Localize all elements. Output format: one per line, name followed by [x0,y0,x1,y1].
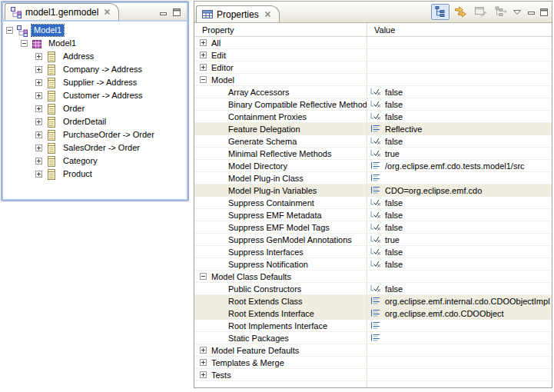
property-row[interactable]: Public Constructorsfalse [194,283,552,295]
property-row[interactable]: Model Plug-in Class [194,172,552,184]
property-value-cell[interactable]: CDO=org.eclipse.emf.cdo [367,184,552,196]
bool-property-icon [370,235,382,244]
tree-item[interactable]: PurchaseOrder -> Order [3,128,187,141]
property-row[interactable]: Root Extends Classorg.eclipse.emf.intern… [194,295,552,307]
property-row[interactable]: Static Packages [194,332,552,344]
property-value-cell[interactable]: true [367,148,552,159]
property-row[interactable]: Feature DelegationReflective [194,123,552,135]
property-value-cell[interactable]: false [367,283,552,294]
close-icon[interactable] [264,11,271,18]
property-value-cell[interactable]: false [367,197,552,208]
tree-item[interactable]: Order [3,102,187,115]
tree-item[interactable]: SalesOrder -> Order [3,141,187,154]
property-value-cell[interactable]: org.eclipse.emf.internal.cdo.CDOObjectIm… [367,295,552,307]
category-row[interactable]: Model Feature Defaults [194,344,552,357]
tree-item[interactable]: Company -> Address [3,63,187,76]
category-row[interactable]: Edit [194,49,552,61]
tree-item[interactable]: Model1 [3,37,187,50]
category-row[interactable]: Model [194,74,552,86]
category-expander-plus-icon[interactable] [200,347,207,354]
property-value-cell[interactable]: false [367,86,552,98]
category-row[interactable]: Tests [194,369,552,381]
minimize-icon[interactable] [528,8,536,15]
tree-item[interactable]: OrderDetail [3,115,187,128]
property-value-cell[interactable] [367,320,552,331]
show-tree-mode-button[interactable] [431,4,450,20]
property-value-cell[interactable]: false [367,258,552,270]
property-value-cell[interactable]: /org.eclipse.emf.cdo.tests.model1/src [367,160,552,171]
category-expander-minus-icon[interactable] [200,76,207,83]
category-row[interactable]: All [194,37,552,49]
property-row[interactable]: Root Extends Interfaceorg.eclipse.emf.cd… [194,307,552,320]
property-row[interactable]: Model Directory/org.eclipse.emf.cdo.test… [194,160,552,172]
property-row[interactable]: Root Implements Interface [194,320,552,332]
property-row[interactable]: Suppress Notificationfalse [194,258,552,271]
tree-expander-minus-icon[interactable] [21,40,28,47]
property-value-cell[interactable]: false [367,98,552,110]
property-row[interactable]: Suppress Containmentfalse [194,197,552,209]
category-expander-plus-icon[interactable] [200,39,207,46]
properties-toolbar [431,4,552,22]
property-row[interactable]: Binary Compatible Reflective Methodsfals… [194,98,552,111]
category-expander-plus-icon[interactable] [200,359,207,366]
tab-properties[interactable]: Properties [196,5,280,22]
property-row[interactable]: Minimal Reflective Methodstrue [194,148,552,160]
tree-item[interactable]: Address [3,50,187,63]
tree-expander-plus-icon[interactable] [35,145,42,151]
enum-property-icon [370,174,382,182]
tree-expander-plus-icon[interactable] [35,131,42,138]
category-expander-plus-icon[interactable] [200,64,207,71]
category-expander-plus-icon[interactable] [200,51,207,58]
property-row[interactable]: Array Accessorsfalse [194,86,552,98]
class-icon [45,77,58,89]
property-row[interactable]: Model Plug-in VariablesCDO=org.eclipse.e… [194,184,552,197]
category-row[interactable]: Model Class Defaults [194,271,552,283]
tree-item[interactable]: Supplier -> Address [3,76,187,89]
property-value-cell[interactable]: Reflective [367,123,552,135]
tree-item[interactable]: Product [3,168,187,181]
property-row[interactable]: Suppress Interfacesfalse [194,246,552,258]
tab-model1-genmodel[interactable]: model1.genmodel [5,3,119,20]
tree-expander-plus-icon[interactable] [35,105,42,112]
property-row[interactable]: Suppress EMF Model Tagsfalse [194,221,552,234]
tree-expander-minus-icon[interactable] [6,27,13,34]
property-row[interactable]: Suppress EMF Metadatafalse [194,209,552,221]
property-value-cell[interactable]: false [367,246,552,257]
property-name-cell: Edit [194,49,367,61]
maximize-icon[interactable] [540,8,549,16]
category-row[interactable]: Editor [194,61,552,74]
category-expander-plus-icon[interactable] [200,371,207,378]
tree-item-label: Model1 [46,38,78,49]
property-value-cell[interactable]: false [367,135,552,147]
tree-item-label: Order [61,103,87,115]
bool-property-icon [370,88,382,96]
tree-expander-plus-icon[interactable] [35,53,42,60]
tree-expander-plus-icon[interactable] [35,118,42,125]
minimize-icon[interactable] [160,9,168,16]
close-icon[interactable] [104,8,111,15]
category-row[interactable]: Templates & Merge [194,357,552,369]
property-value-cell[interactable] [367,172,552,184]
tree-expander-plus-icon[interactable] [35,79,42,86]
tree-item-label: Customer -> Address [61,90,145,101]
tree-expander-plus-icon[interactable] [35,92,42,99]
view-menu-button[interactable] [511,4,523,20]
tree-item[interactable]: Category [3,154,187,168]
property-value-cell[interactable]: false [367,209,552,221]
category-expander-minus-icon[interactable] [200,273,207,280]
tree-expander-plus-icon[interactable] [35,66,42,73]
property-value-cell[interactable]: org.eclipse.emf.cdo.CDOObject [367,307,552,319]
tree-item[interactable]: Customer -> Address [3,89,187,102]
property-row[interactable]: Generate Schemafalse [194,135,552,148]
property-value-cell[interactable]: true [367,234,552,245]
property-row[interactable]: Suppress GenModel Annotationstrue [194,234,552,246]
property-value-cell[interactable]: false [367,111,552,122]
property-row[interactable]: Containment Proxiesfalse [194,111,552,123]
property-value-cell[interactable]: false [367,221,552,233]
maximize-icon[interactable] [173,8,181,16]
property-value-cell[interactable] [367,332,552,344]
tree-expander-plus-icon[interactable] [35,171,42,178]
show-advanced-properties-button[interactable] [451,4,469,20]
tree-expander-plus-icon[interactable] [35,158,42,164]
tree-item[interactable]: Model1 [3,24,187,37]
